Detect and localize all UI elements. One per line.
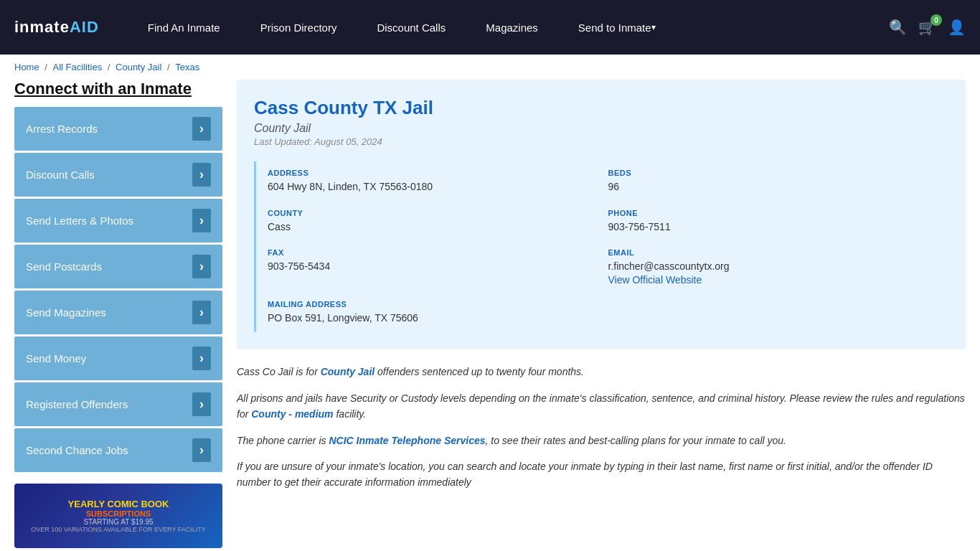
breadcrumb-sep-1: / [44, 62, 50, 72]
arrow-icon: › [192, 438, 211, 462]
county-medium-link[interactable]: County - medium [251, 408, 333, 420]
mailing-section: MAILING ADDRESS PO Box 591, Longview, TX… [268, 293, 608, 333]
sidebar-item-discount-calls[interactable]: Discount Calls › [14, 153, 222, 197]
nav-magazines[interactable]: Magazines [466, 0, 558, 55]
sidebar-item-label: Send Letters & Photos [26, 215, 133, 227]
main-content: Connect with an Inmate Arrest Records › … [0, 80, 980, 548]
logo-aid: AID [70, 18, 99, 36]
logo-inmate: inmate [14, 18, 70, 36]
website-link[interactable]: View Official Website [608, 274, 702, 286]
sidebar-item-label: Send Magazines [26, 306, 106, 319]
desc-para-4: If you are unsure of your inmate's locat… [237, 458, 966, 491]
mailing-label: MAILING ADDRESS [268, 300, 601, 309]
facility-card: Cass County TX Jail County Jail Last Upd… [237, 80, 966, 349]
breadcrumb-home[interactable]: Home [14, 62, 39, 72]
arrow-icon: › [192, 163, 211, 187]
sidebar-item-send-postcards[interactable]: Send Postcards › [14, 245, 222, 288]
desc-para-3: The phone carrier is NCIC Inmate Telepho… [237, 433, 966, 448]
nav-discount-calls[interactable]: Discount Calls [357, 0, 466, 55]
address-label: ADDRESS [268, 169, 601, 177]
beds-section: BEDS 96 [608, 161, 949, 202]
county-section: COUNTY Cass [268, 202, 608, 242]
logo-text: inmateAID [14, 18, 99, 37]
desc-para-2-suffix: facility. [334, 408, 367, 420]
sidebar-title: Connect with an Inmate [14, 80, 222, 98]
county-jail-link[interactable]: County Jail [321, 366, 374, 377]
sidebar-item-send-money[interactable]: Send Money › [14, 336, 222, 380]
header-icons: 🔍 🛒 0 👤 [889, 19, 966, 36]
sidebar-menu: Arrest Records › Discount Calls › Send L… [14, 107, 222, 472]
facility-name: Cass County TX Jail [254, 97, 948, 119]
sidebar-item-label: Send Money [26, 352, 86, 364]
arrow-icon: › [192, 209, 211, 232]
info-grid: ADDRESS 604 Hwy 8N, Linden, TX 75563-018… [254, 161, 948, 332]
ad-banner[interactable]: YEARLY COMIC BOOK SUBSCRIPTIONS STARTING… [14, 484, 222, 548]
county-value: Cass [268, 220, 601, 235]
breadcrumb-texas[interactable]: Texas [175, 62, 199, 72]
sidebar-item-send-letters[interactable]: Send Letters & Photos › [14, 199, 222, 242]
beds-label: BEDS [608, 169, 942, 177]
sidebar-item-send-magazines[interactable]: Send Magazines › [14, 291, 222, 334]
sidebar-item-second-chance-jobs[interactable]: Second Chance Jobs › [14, 428, 222, 472]
search-icon[interactable]: 🔍 [889, 19, 907, 36]
fax-label: FAX [268, 248, 601, 257]
email-label: EMAIL [608, 248, 942, 257]
nav-prison-directory[interactable]: Prison Directory [240, 0, 357, 55]
email-section: EMAIL r.fincher@casscountytx.org View Of… [608, 241, 949, 293]
desc-para-3-prefix: The phone carrier is [237, 435, 329, 446]
phone-label: PHONE [608, 209, 942, 217]
beds-value: 96 [608, 180, 942, 194]
cart-badge: 0 [930, 14, 942, 26]
mailing-value: PO Box 591, Longview, TX 75606 [268, 311, 601, 326]
ad-note: OVER 100 VARIATIONS AVAILABLE FOR EVERY … [31, 526, 206, 533]
ad-title: YEARLY COMIC BOOK [31, 499, 206, 510]
facility-description: Cass Co Jail is for County Jail offender… [237, 364, 966, 490]
sidebar-item-registered-offenders[interactable]: Registered Offenders › [14, 382, 222, 426]
desc-para-1-prefix: Cass Co Jail is for [237, 366, 321, 377]
sidebar: Connect with an Inmate Arrest Records › … [14, 80, 222, 548]
desc-para-2: All prisons and jails have Security or C… [237, 390, 966, 423]
ad-subtitle: SUBSCRIPTIONS [31, 509, 206, 518]
desc-para-1: Cass Co Jail is for County Jail offender… [237, 364, 966, 380]
header: inmateAID Find An Inmate Prison Director… [0, 0, 980, 55]
breadcrumb-county-jail[interactable]: County Jail [116, 62, 161, 72]
nav-find-inmate[interactable]: Find An Inmate [128, 0, 240, 55]
sidebar-item-arrest-records[interactable]: Arrest Records › [14, 107, 222, 151]
facility-updated: Last Updated: August 05, 2024 [254, 136, 948, 147]
sidebar-item-label: Arrest Records [26, 123, 98, 135]
address-section: ADDRESS 604 Hwy 8N, Linden, TX 75563-018… [268, 161, 608, 202]
address-value: 604 Hwy 8N, Linden, TX 75563-0180 [268, 180, 601, 194]
arrow-icon: › [192, 255, 211, 278]
arrow-icon: › [192, 301, 211, 324]
cart-icon[interactable]: 🛒 0 [918, 19, 936, 36]
phone-value: 903-756-7511 [608, 220, 942, 235]
user-icon[interactable]: 👤 [948, 19, 966, 36]
arrow-icon: › [192, 117, 211, 141]
ad-content: YEARLY COMIC BOOK SUBSCRIPTIONS STARTING… [31, 499, 206, 534]
facility-type: County Jail [254, 122, 948, 135]
ncic-link[interactable]: NCIC Inmate Telephone Services [329, 435, 485, 446]
fax-value: 903-756-5434 [268, 260, 601, 274]
breadcrumb-all-facilities[interactable]: All Facilities [53, 62, 103, 72]
phone-section: PHONE 903-756-7511 [608, 202, 949, 242]
county-label: COUNTY [268, 209, 601, 217]
arrow-icon: › [192, 392, 211, 416]
logo[interactable]: inmateAID [14, 18, 99, 37]
ad-price: STARTING AT $19.95 [31, 518, 206, 526]
desc-para-1-suffix: offenders sentenced up to twenty four mo… [374, 366, 584, 377]
email-value: r.fincher@casscountytx.org [608, 260, 942, 274]
sidebar-item-label: Second Chance Jobs [26, 444, 128, 456]
fax-section: FAX 903-756-5434 [268, 241, 608, 293]
sidebar-item-label: Registered Offenders [26, 398, 128, 410]
main-nav: Find An Inmate Prison Directory Discount… [128, 0, 889, 55]
breadcrumb-sep-2: / [108, 62, 113, 72]
sidebar-item-label: Discount Calls [26, 169, 95, 181]
arrow-icon: › [192, 347, 211, 370]
nav-send-to-inmate[interactable]: Send to Inmate [558, 0, 676, 55]
content-area: Cass County TX Jail County Jail Last Upd… [237, 80, 966, 548]
breadcrumb: Home / All Facilities / County Jail / Te… [0, 55, 980, 80]
sidebar-item-label: Send Postcards [26, 260, 102, 273]
desc-para-3-suffix: , to see their rates and best-calling pl… [486, 435, 786, 446]
breadcrumb-sep-3: / [167, 62, 172, 72]
